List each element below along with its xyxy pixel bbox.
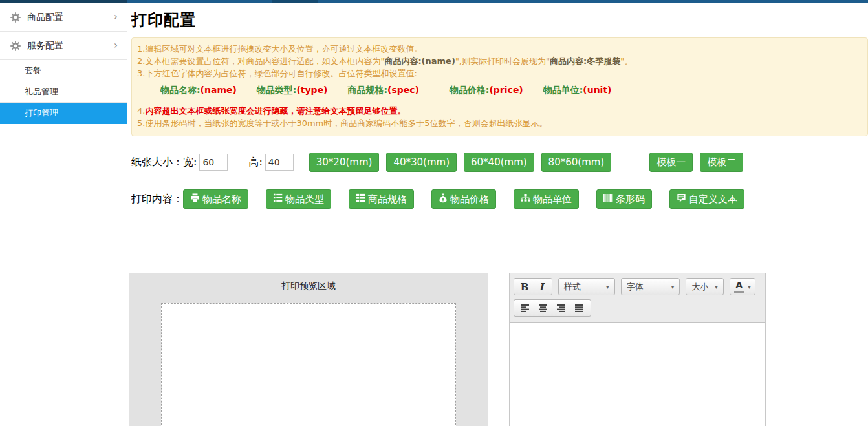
- sidebar-item-label: 商品配置: [27, 12, 63, 23]
- note-icon: [677, 193, 689, 205]
- sidebar-item-package[interactable]: 套餐: [0, 60, 127, 81]
- barcode-button[interactable]: 条形码: [596, 189, 652, 209]
- item-name-button[interactable]: 物品名称: [183, 189, 248, 209]
- placeholder-spec: 商品规格:(spec): [347, 83, 419, 97]
- font-size-dropdown[interactable]: 大小 ▾: [686, 278, 724, 295]
- align-left-button[interactable]: [516, 304, 534, 312]
- custom-text-button[interactable]: 自定义文本: [669, 189, 744, 209]
- notice-line-4: 4.内容超出文本框或纸张宽度会进行隐藏，请注意给文本预留足够位置。: [137, 105, 861, 117]
- text-color-dropdown[interactable]: A ▾: [730, 278, 755, 295]
- format-button-group: B I: [514, 278, 552, 295]
- sitemap-icon: [521, 193, 533, 205]
- bold-button[interactable]: B: [516, 281, 533, 293]
- size-40x30-button[interactable]: 40*30(mm): [386, 153, 457, 172]
- page-title: 打印配置: [131, 10, 868, 30]
- paper-width-input[interactable]: [199, 154, 228, 171]
- sidebar: 商品配置 › 服务配置 › 套餐 礼品管理: [0, 3, 127, 426]
- sidebar-item-label: 服务配置: [27, 40, 63, 52]
- size-60x40-button[interactable]: 60*40(mm): [464, 153, 534, 172]
- style-dropdown[interactable]: 样式 ▾: [558, 278, 615, 295]
- sidebar-item-label: 礼品管理: [25, 86, 58, 98]
- placeholder-type: 物品类型:(type): [257, 83, 328, 97]
- template-1-button[interactable]: 模板一: [649, 153, 693, 172]
- italic-button[interactable]: I: [533, 281, 550, 293]
- sidebar-item-gift-management[interactable]: 礼品管理: [0, 81, 127, 103]
- print-content-label: 打印内容：: [131, 193, 183, 206]
- size-30x20-button[interactable]: 30*20(mm): [309, 153, 380, 172]
- sidebar-item-print-management[interactable]: 打印管理: [0, 103, 127, 124]
- gear-icon: [10, 12, 21, 23]
- bottom-section: 打印预览区域 B I 样式 ▾ 字体 ▾: [129, 273, 766, 426]
- notice-line-2: 2.文本框需要设置占位符，对商品内容进行适配，如文本框内容为"商品内容:(nam…: [137, 55, 861, 67]
- align-right-button[interactable]: [552, 304, 570, 312]
- money-bag-icon: [439, 193, 450, 206]
- chevron-down-icon: ▾: [606, 283, 609, 290]
- width-label: 宽:: [183, 156, 197, 169]
- placeholder-name: 物品名称:(name): [160, 83, 237, 97]
- sidebar-item-service-config[interactable]: 服务配置 ›: [0, 32, 127, 60]
- editor-toolbar: B I 样式 ▾ 字体 ▾ 大小 ▾: [510, 273, 765, 323]
- toolbar-row-2: [514, 299, 761, 317]
- item-type-button[interactable]: 物品类型: [266, 189, 331, 209]
- toolbar-row-1: B I 样式 ▾ 字体 ▾ 大小 ▾: [514, 278, 761, 295]
- notice-line-3: 3.下方红色字体内容为占位符，绿色部分可自行修改。占位符类型和设置值:: [137, 67, 861, 80]
- align-justify-button[interactable]: [570, 304, 589, 312]
- sidebar-item-product-config[interactable]: 商品配置 ›: [0, 3, 127, 32]
- rich-text-editor: B I 样式 ▾ 字体 ▾ 大小 ▾: [509, 273, 766, 426]
- chevron-down-icon: ▾: [715, 283, 718, 290]
- item-unit-button[interactable]: 物品单位: [514, 189, 579, 209]
- align-center-button[interactable]: [534, 304, 552, 312]
- print-content-row: 打印内容： 物品名称 物品类型 商品规格 物品价格: [131, 189, 868, 209]
- chevron-right-icon: ›: [114, 41, 118, 50]
- placeholder-price: 物品价格:(price): [450, 83, 523, 97]
- text-color-icon: A: [734, 281, 744, 292]
- printer-icon: [190, 193, 202, 205]
- sidebar-item-label: 套餐: [25, 65, 41, 76]
- preview-title: 打印预览区域: [129, 281, 488, 292]
- notice-line-1: 1.编辑区域可对文本框进行拖拽改变大小及位置，亦可通过文本框改变数值。: [137, 43, 861, 55]
- chevron-down-icon: ▾: [671, 283, 674, 290]
- chevron-right-icon: ›: [114, 12, 118, 22]
- size-80x60-button[interactable]: 80*60(mm): [541, 153, 612, 172]
- height-label: 高:: [248, 156, 262, 169]
- main-content: 打印配置 1.编辑区域可对文本框进行拖拽改变大小及位置，亦可通过文本框改变数值。…: [127, 3, 868, 426]
- th-list-icon: [356, 193, 368, 205]
- sidebar-item-label: 打印管理: [25, 107, 58, 119]
- paper-size-row: 纸张大小： 宽: 高: 30*20(mm) 40*30(mm) 60*40(mm…: [131, 153, 868, 172]
- notice-panel: 1.编辑区域可对文本框进行拖拽改变大小及位置，亦可通过文本框改变数值。 2.文本…: [131, 37, 868, 136]
- notice-line-5: 5.使用条形码时，当纸张的宽度等于或小于30mm时，商品商家编码不能多于5位数字…: [137, 117, 861, 129]
- preview-paper-canvas[interactable]: [161, 303, 456, 426]
- placeholder-unit: 物品单位:(unit): [543, 83, 612, 97]
- list-ol-icon: [273, 193, 285, 205]
- font-dropdown[interactable]: 字体 ▾: [621, 278, 680, 295]
- barcode-icon: [603, 193, 616, 205]
- paper-size-label: 纸张大小：: [131, 156, 183, 169]
- item-spec-button[interactable]: 商品规格: [349, 189, 414, 209]
- template-2-button[interactable]: 模板二: [700, 153, 743, 172]
- item-price-button[interactable]: 物品价格: [431, 189, 496, 209]
- placeholder-list: 物品名称:(name) 物品类型:(type) 商品规格:(spec) 物品价格…: [160, 83, 861, 97]
- chevron-down-icon: ▾: [748, 283, 751, 290]
- alignment-button-group: [514, 299, 591, 317]
- editor-content-area[interactable]: [510, 323, 765, 426]
- gear-icon: [10, 41, 21, 51]
- print-preview-panel: 打印预览区域: [129, 273, 488, 426]
- paper-height-input[interactable]: [265, 154, 294, 171]
